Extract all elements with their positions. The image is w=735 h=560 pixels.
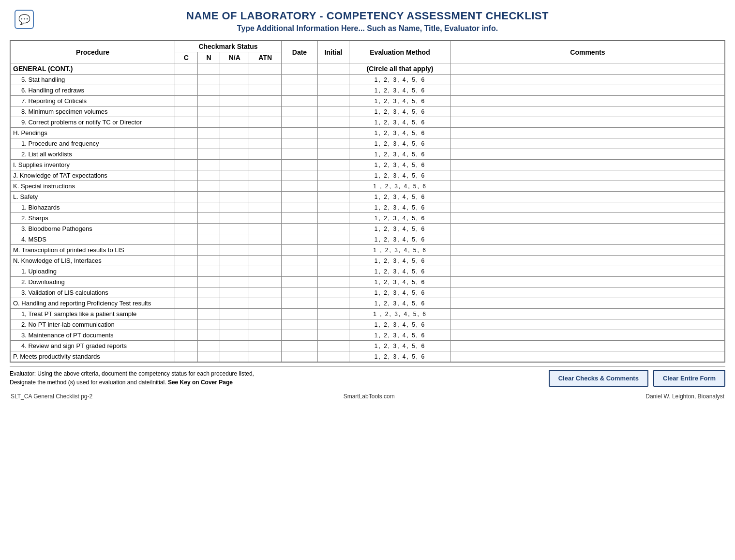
check-cell-atn[interactable]	[249, 138, 282, 149]
date-cell[interactable]	[282, 106, 318, 117]
check-cell-na[interactable]	[220, 319, 249, 330]
check-cell-c[interactable]	[175, 85, 198, 96]
check-cell-na[interactable]	[220, 181, 249, 192]
check-cell-atn[interactable]	[249, 85, 282, 96]
date-cell[interactable]	[282, 351, 318, 362]
initial-cell[interactable]	[318, 245, 349, 256]
check-cell-na[interactable]	[220, 277, 249, 288]
check-cell-atn[interactable]	[249, 298, 282, 309]
initial-cell[interactable]	[318, 351, 349, 362]
check-cell-n[interactable]	[197, 330, 220, 341]
check-cell-atn[interactable]	[249, 213, 282, 224]
check-cell-n[interactable]	[197, 213, 220, 224]
comments-cell[interactable]	[451, 341, 725, 351]
general-cont-date[interactable]	[282, 63, 318, 75]
initial-cell[interactable]	[318, 192, 349, 202]
comments-cell[interactable]	[451, 96, 725, 106]
check-cell-c[interactable]	[175, 277, 198, 288]
check-cell-c[interactable]	[175, 149, 198, 160]
comments-cell[interactable]	[451, 170, 725, 181]
initial-cell[interactable]	[318, 96, 349, 106]
comments-cell[interactable]	[451, 138, 725, 149]
check-cell-c[interactable]	[175, 75, 198, 85]
check-cell-na[interactable]	[220, 288, 249, 298]
comments-cell[interactable]	[451, 330, 725, 341]
date-cell[interactable]	[282, 341, 318, 351]
general-cont-na[interactable]	[220, 63, 249, 75]
check-cell-c[interactable]	[175, 224, 198, 234]
check-cell-c[interactable]	[175, 309, 198, 319]
initial-cell[interactable]	[318, 330, 349, 341]
comments-cell[interactable]	[451, 181, 725, 192]
check-cell-c[interactable]	[175, 330, 198, 341]
check-cell-na[interactable]	[220, 245, 249, 256]
check-cell-atn[interactable]	[249, 117, 282, 128]
check-cell-atn[interactable]	[249, 96, 282, 106]
check-cell-atn[interactable]	[249, 288, 282, 298]
date-cell[interactable]	[282, 309, 318, 319]
date-cell[interactable]	[282, 160, 318, 170]
check-cell-atn[interactable]	[249, 170, 282, 181]
check-cell-n[interactable]	[197, 224, 220, 234]
check-cell-atn[interactable]	[249, 181, 282, 192]
comments-cell[interactable]	[451, 128, 725, 138]
check-cell-c[interactable]	[175, 351, 198, 362]
initial-cell[interactable]	[318, 85, 349, 96]
check-cell-na[interactable]	[220, 330, 249, 341]
comments-cell[interactable]	[451, 106, 725, 117]
initial-cell[interactable]	[318, 160, 349, 170]
date-cell[interactable]	[282, 117, 318, 128]
initial-cell[interactable]	[318, 181, 349, 192]
date-cell[interactable]	[282, 224, 318, 234]
comments-cell[interactable]	[451, 245, 725, 256]
initial-cell[interactable]	[318, 149, 349, 160]
date-cell[interactable]	[282, 319, 318, 330]
initial-cell[interactable]	[318, 213, 349, 224]
comments-cell[interactable]	[451, 266, 725, 277]
check-cell-c[interactable]	[175, 341, 198, 351]
check-cell-n[interactable]	[197, 117, 220, 128]
check-cell-n[interactable]	[197, 351, 220, 362]
check-cell-c[interactable]	[175, 96, 198, 106]
check-cell-c[interactable]	[175, 138, 198, 149]
date-cell[interactable]	[282, 288, 318, 298]
date-cell[interactable]	[282, 128, 318, 138]
check-cell-n[interactable]	[197, 319, 220, 330]
check-cell-n[interactable]	[197, 202, 220, 213]
initial-cell[interactable]	[318, 288, 349, 298]
check-cell-n[interactable]	[197, 106, 220, 117]
initial-cell[interactable]	[318, 170, 349, 181]
comments-cell[interactable]	[451, 213, 725, 224]
check-cell-na[interactable]	[220, 298, 249, 309]
check-cell-na[interactable]	[220, 160, 249, 170]
check-cell-na[interactable]	[220, 149, 249, 160]
comments-cell[interactable]	[451, 192, 725, 202]
date-cell[interactable]	[282, 192, 318, 202]
date-cell[interactable]	[282, 181, 318, 192]
check-cell-na[interactable]	[220, 192, 249, 202]
comments-cell[interactable]	[451, 319, 725, 330]
check-cell-na[interactable]	[220, 117, 249, 128]
check-cell-atn[interactable]	[249, 341, 282, 351]
check-cell-na[interactable]	[220, 138, 249, 149]
check-cell-na[interactable]	[220, 224, 249, 234]
check-cell-atn[interactable]	[249, 224, 282, 234]
check-cell-n[interactable]	[197, 234, 220, 245]
date-cell[interactable]	[282, 234, 318, 245]
general-cont-atn[interactable]	[249, 63, 282, 75]
check-cell-c[interactable]	[175, 192, 198, 202]
check-cell-na[interactable]	[220, 341, 249, 351]
check-cell-atn[interactable]	[249, 256, 282, 266]
check-cell-atn[interactable]	[249, 75, 282, 85]
check-cell-n[interactable]	[197, 75, 220, 85]
check-cell-c[interactable]	[175, 170, 198, 181]
clear-form-button[interactable]: Clear Entire Form	[653, 370, 725, 387]
date-cell[interactable]	[282, 256, 318, 266]
date-cell[interactable]	[282, 170, 318, 181]
general-cont-initial[interactable]	[318, 63, 349, 75]
check-cell-c[interactable]	[175, 202, 198, 213]
comments-cell[interactable]	[451, 117, 725, 128]
check-cell-atn[interactable]	[249, 266, 282, 277]
check-cell-n[interactable]	[197, 288, 220, 298]
initial-cell[interactable]	[318, 298, 349, 309]
